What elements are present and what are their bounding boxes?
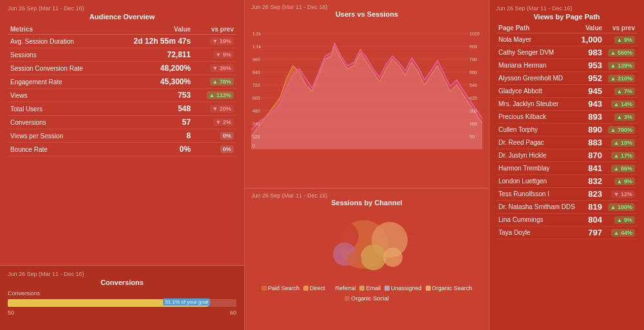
line-chart-svg: 1.2k 1.1k 960 840 720 600 480 240 120 0 … — [251, 21, 482, 149]
metric-value: 548 — [111, 102, 193, 116]
page-path: Gladyce Abbott — [496, 85, 578, 98]
metric-value: 57 — [111, 116, 193, 129]
page-value: 893 — [578, 111, 605, 124]
table-row: London Luettgen 832 ▲ 9% — [496, 175, 638, 188]
metric-vs: ▲ 113% — [193, 89, 236, 102]
table-row: Avg. Session Duration 2d 12h 55m 47s ▼ 1… — [8, 35, 236, 48]
col-vs-prev: vs prev — [193, 24, 236, 35]
page-vs: ▲ 7% — [605, 85, 638, 98]
svg-text:420: 420 — [469, 96, 477, 100]
page-value: 945 — [578, 85, 605, 98]
table-row: Precious Kilback 893 ▲ 3% — [496, 111, 638, 124]
metric-vs: 0% — [193, 143, 236, 156]
metric-name: Views per Session — [8, 129, 111, 143]
page-path: Harmon Tremblay — [496, 162, 578, 175]
col-value: Value — [111, 24, 193, 35]
page-value: 823 — [578, 188, 605, 201]
page-value: 804 — [578, 214, 605, 226]
legend-item: Organic Social — [345, 295, 389, 302]
svg-text:300: 300 — [469, 109, 477, 113]
page-vs: ▼ 12% — [605, 188, 638, 201]
page-vs: ▲ 10% — [605, 136, 638, 149]
page-vs: ▲ 86% — [605, 162, 638, 175]
svg-text:780: 780 — [469, 57, 477, 62]
table-row: Session Conversion Rate 48,200% ▼ 39% — [8, 62, 236, 75]
conv-label: Conversions — [8, 290, 236, 297]
page-value: 890 — [578, 124, 605, 136]
legend-item: Paid Search — [261, 285, 299, 291]
table-row: Harmon Tremblay 841 ▲ 86% — [496, 162, 638, 175]
page-value: 1,000 — [578, 33, 605, 46]
page-vs: ▲ 139% — [605, 59, 638, 72]
svg-point-33 — [383, 248, 402, 267]
metric-name: Views — [8, 89, 111, 102]
conversions-section: Jun 26 Sep (Mar 11 - Dec 16) Conversions… — [0, 266, 244, 330]
table-row: Alysson Greenholt MD 952 ▲ 310% — [496, 72, 638, 85]
table-row: Bounce Rate 0% 0% — [8, 143, 236, 156]
page-path: Dr. Natasha Smitham DDS — [496, 201, 578, 214]
metric-vs: 0% — [193, 129, 236, 143]
progress-bar-container: 51.1% of your goal — [8, 299, 236, 307]
page-path: Cullen Torphy — [496, 124, 578, 136]
channel-legend: Paid SearchDirectReferralEmailUnassigned… — [251, 285, 482, 302]
line-chart-title: Users vs Sessions — [251, 10, 482, 18]
metric-value: 0% — [111, 143, 193, 156]
page-vs: ▲ 100% — [605, 201, 638, 214]
sessions-channel-section: Jun 26 Sep (Mar 11 - Dec 16) Sessions by… — [245, 188, 489, 330]
page-value: 943 — [578, 98, 605, 111]
page-path: Precious Kilback — [496, 111, 578, 124]
middle-panel: Jun 26 Sep (Mar 11 - Dec 16) Users vs Se… — [245, 0, 489, 330]
progress-max: 60 — [230, 309, 236, 316]
metric-vs: ▲ 78% — [193, 75, 236, 89]
metric-vs: ▼ 9% — [193, 48, 236, 62]
views-col-path: Page Path — [496, 23, 578, 33]
metric-vs: ▼ 2% — [193, 116, 236, 129]
page-path: Nola Mayer — [496, 33, 578, 46]
users-sessions-chart-section: Jun 26 Sep (Mar 11 - Dec 16) Users vs Se… — [245, 0, 489, 188]
metric-name: Conversions — [8, 116, 111, 129]
svg-text:600: 600 — [252, 96, 260, 100]
page-vs: ▲ 9% — [605, 214, 638, 226]
svg-text:60: 60 — [469, 134, 475, 139]
right-title: Views by Page Path — [496, 13, 638, 21]
metric-name: Engagement Rate — [8, 75, 111, 89]
page-value: 870 — [578, 149, 605, 162]
svg-text:1.2k: 1.2k — [252, 32, 261, 36]
right-date: Jun 26 Sep (Mar 11 - Dec 16) — [496, 5, 638, 12]
views-col-vs: vs prev — [605, 23, 638, 33]
table-row: Dr. Reed Pagac 883 ▲ 10% — [496, 136, 638, 149]
table-row: Engagement Rate 45,300% ▲ 78% — [8, 75, 236, 89]
table-row: Tess Runolfsson I 823 ▼ 12% — [496, 188, 638, 201]
page-path: Alysson Greenholt MD — [496, 72, 578, 85]
svg-text:180: 180 — [469, 122, 477, 126]
table-row: Lina Cummings 804 ▲ 9% — [496, 214, 638, 226]
page-value: 797 — [578, 226, 605, 239]
page-value: 983 — [578, 46, 605, 59]
audience-section: Jun 26 Sep (Mar 11 - Dec 16) Audience Ov… — [0, 0, 244, 266]
svg-text:120: 120 — [252, 134, 260, 139]
table-row: Gladyce Abbott 945 ▲ 7% — [496, 85, 638, 98]
metric-name: Session Conversion Rate — [8, 62, 111, 75]
svg-text:960: 960 — [252, 57, 260, 62]
audience-title: Audience Overview — [8, 13, 236, 21]
svg-text:546: 546 — [469, 83, 477, 87]
svg-text:900: 900 — [469, 44, 477, 49]
metric-value: 72,811 — [111, 48, 193, 62]
page-vs: ▲ 9% — [605, 33, 638, 46]
views-col-value: Value — [578, 23, 605, 33]
svg-text:0: 0 — [252, 143, 255, 148]
conv-title: Conversions — [8, 279, 236, 286]
page-vs: ▲ 310% — [605, 72, 638, 85]
page-value: 819 — [578, 201, 605, 214]
line-chart-date: Jun 26 Sep (Mar 11 - Dec 16) — [251, 4, 482, 10]
page-path: Dr. Justyn Hickle — [496, 149, 578, 162]
legend-item: Organic Search — [426, 285, 473, 291]
metric-value: 8 — [111, 129, 193, 143]
page-vs: ▲ 44% — [605, 226, 638, 239]
progress-labels: 50 60 — [8, 309, 236, 316]
svg-text:840: 840 — [252, 70, 260, 75]
legend-item: Direct — [303, 285, 325, 291]
metric-name: Avg. Session Duration — [8, 35, 111, 48]
svg-text:480: 480 — [252, 109, 260, 113]
metric-value: 2d 12h 55m 47s — [111, 35, 193, 48]
